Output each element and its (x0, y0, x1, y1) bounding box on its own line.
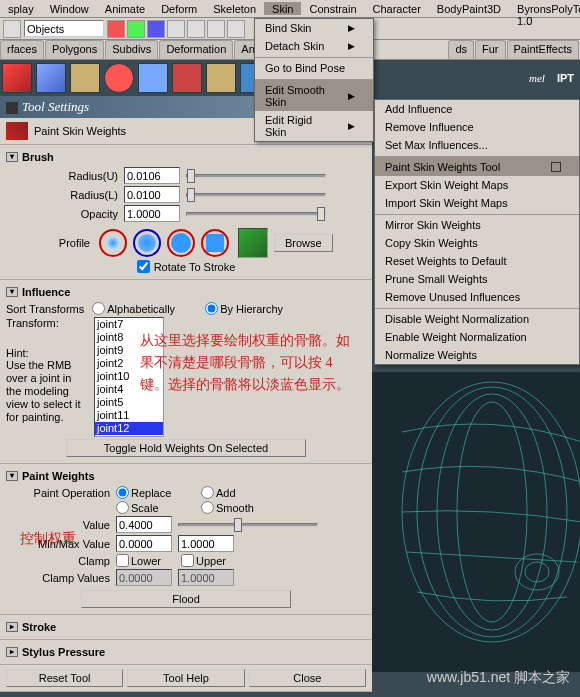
menu-window[interactable]: Window (42, 2, 97, 15)
sphere-red-icon[interactable] (2, 63, 32, 93)
icon[interactable] (167, 20, 185, 38)
opacity-slider[interactable] (186, 212, 326, 216)
menu-skeleton[interactable]: Skeleton (205, 2, 264, 15)
menu-animate[interactable]: Animate (97, 2, 153, 15)
menu-add-influence[interactable]: Add Influence (375, 100, 579, 118)
menu-prune-weights[interactable]: Prune Small Weights (375, 270, 579, 288)
radiusl-input[interactable] (124, 186, 180, 203)
profile-square-icon[interactable] (201, 229, 229, 257)
joint-item[interactable]: joint9 (95, 344, 163, 357)
joint-item[interactable]: joint13 (95, 435, 163, 437)
icon[interactable] (207, 20, 225, 38)
sphere-icon[interactable] (104, 63, 134, 93)
clamp-label: Clamp (6, 555, 116, 567)
profile-gaussian-icon[interactable] (99, 229, 127, 257)
shelf-input[interactable] (24, 20, 104, 37)
close-button[interactable]: Close (249, 669, 366, 687)
menu-disable-norm[interactable]: Disable Weight Normalization (375, 308, 579, 328)
menu-import-weights[interactable]: Import Skin Weight Maps (375, 194, 579, 212)
collapse-icon[interactable]: ▾ (6, 152, 18, 162)
lower-checkbox[interactable] (116, 554, 129, 567)
menu-bodypaint[interactable]: BodyPaint3D (429, 2, 509, 15)
max-input[interactable] (178, 535, 234, 552)
add-radio[interactable] (201, 486, 214, 499)
collapse-icon[interactable]: ▸ (6, 647, 18, 657)
cylinder-icon[interactable] (70, 63, 100, 93)
sort-alpha-radio[interactable] (92, 302, 105, 315)
menu-remove-unused[interactable]: Remove Unused Influences (375, 288, 579, 306)
profile-soft-icon[interactable] (133, 229, 161, 257)
rotate-checkbox[interactable] (137, 260, 150, 273)
scale-radio[interactable] (116, 501, 129, 514)
menu-edit-smooth[interactable]: Edit Smooth Skin▶ (255, 79, 373, 111)
joint-item[interactable]: joint5 (95, 396, 163, 409)
collapse-icon[interactable]: ▾ (6, 287, 18, 297)
tab-ds[interactable]: ds (448, 40, 474, 59)
joint-item[interactable]: joint8 (95, 331, 163, 344)
icon[interactable] (227, 20, 245, 38)
toggle-hold-button[interactable]: Toggle Hold Weights On Selected (66, 439, 306, 457)
menu-enable-norm[interactable]: Enable Weight Normalization (375, 328, 579, 346)
menu-detach-skin[interactable]: Detach Skin▶ (255, 37, 373, 55)
menu-copy-weights[interactable]: Copy Skin Weights (375, 234, 579, 252)
tab-subdivs[interactable]: Subdivs (105, 40, 158, 59)
tab-fur[interactable]: Fur (475, 40, 506, 59)
toolhelp-button[interactable]: Tool Help (127, 669, 244, 687)
menu-deform[interactable]: Deform (153, 2, 205, 15)
sort-hier-radio[interactable] (205, 302, 218, 315)
radiusl-slider[interactable] (186, 193, 326, 197)
menu-splay[interactable]: splay (0, 2, 42, 15)
radiusu-input[interactable] (124, 167, 180, 184)
profile-solid-icon[interactable] (167, 229, 195, 257)
icon-green[interactable] (127, 20, 145, 38)
plane-icon[interactable] (138, 63, 168, 93)
smooth-radio[interactable] (201, 501, 214, 514)
menubar: splay Window Animate Deform Skeleton Ski… (0, 0, 580, 18)
browse-button[interactable]: Browse (274, 234, 333, 252)
value-input[interactable] (116, 516, 172, 533)
tab-painteffects[interactable]: PaintEffects (507, 40, 580, 59)
shelf-icon[interactable] (3, 20, 21, 38)
tab-polygons[interactable]: Polygons (45, 40, 104, 59)
joint-item[interactable]: joint11 (95, 409, 163, 422)
reset-button[interactable]: Reset Tool (6, 669, 123, 687)
cube-icon[interactable] (206, 63, 236, 93)
flood-button[interactable]: Flood (81, 590, 291, 608)
menu-character[interactable]: Character (365, 2, 429, 15)
viewport[interactable] (372, 372, 580, 672)
menu-goto-bind[interactable]: Go to Bind Pose (255, 57, 373, 77)
tab-deformation[interactable]: Deformation (159, 40, 233, 59)
icon[interactable] (187, 20, 205, 38)
opacity-input[interactable] (124, 205, 180, 222)
tab-surfaces[interactable]: rfaces (0, 40, 44, 59)
menu-skin[interactable]: Skin (264, 2, 301, 15)
cone-icon[interactable] (36, 63, 66, 93)
joint-listbox[interactable]: joint7joint8joint9joint2joint10joint4joi… (94, 317, 164, 437)
joint-item[interactable]: joint12 (95, 422, 163, 435)
joint-item[interactable]: joint4 (95, 383, 163, 396)
collapse-icon[interactable]: ▾ (6, 471, 18, 481)
menu-export-weights[interactable]: Export Skin Weight Maps (375, 176, 579, 194)
menu-mirror-weights[interactable]: Mirror Skin Weights (375, 214, 579, 234)
menu-constrain[interactable]: Constrain (301, 2, 364, 15)
menu-bind-skin[interactable]: Bind Skin▶ (255, 19, 373, 37)
menu-remove-influence[interactable]: Remove Influence (375, 118, 579, 136)
icon-red[interactable] (107, 20, 125, 38)
joint-item[interactable]: joint7 (95, 318, 163, 331)
collapse-icon[interactable]: ▸ (6, 622, 18, 632)
menu-reset-weights[interactable]: Reset Weights to Default (375, 252, 579, 270)
menu-byrons[interactable]: ByronsPolyTools 1.0 (509, 2, 580, 15)
menu-set-max[interactable]: Set Max Influences... (375, 136, 579, 154)
value-slider[interactable] (178, 523, 318, 527)
joint-item[interactable]: joint10 (95, 370, 163, 383)
menu-normalize[interactable]: Normalize Weights (375, 346, 579, 364)
menu-paint-weights[interactable]: Paint Skin Weights Tool (375, 156, 579, 176)
icon-blue[interactable] (147, 20, 165, 38)
torus-icon[interactable] (172, 63, 202, 93)
min-input[interactable] (116, 535, 172, 552)
upper-checkbox[interactable] (181, 554, 194, 567)
radiusu-slider[interactable] (186, 174, 326, 178)
replace-radio[interactable] (116, 486, 129, 499)
menu-edit-rigid[interactable]: Edit Rigid Skin▶ (255, 111, 373, 141)
joint-item[interactable]: joint2 (95, 357, 163, 370)
